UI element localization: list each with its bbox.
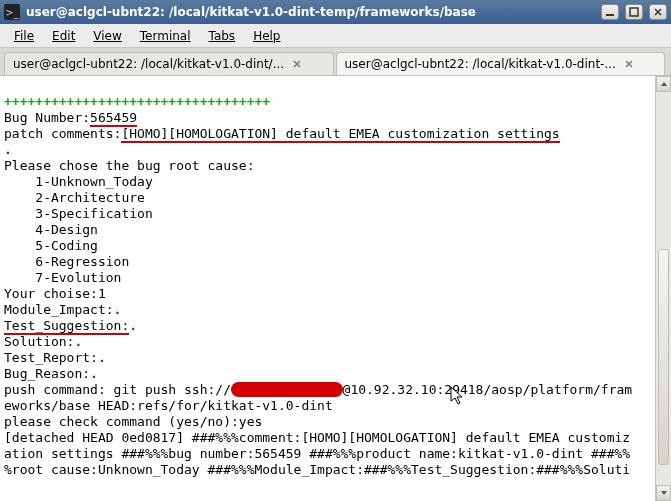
tab-terminal-1[interactable]: user@aclgcl-ubnt22: /local/kitkat-v1.0-d… [336, 52, 666, 75]
svg-rect-0 [606, 14, 614, 16]
tabbar: user@aclgcl-ubnt22: /local/kitkat-v1.0-d… [0, 48, 671, 76]
tab-label: user@aclgcl-ubnt22: /local/kitkat-v1.0-d… [345, 57, 616, 71]
menu-view[interactable]: View [85, 27, 129, 45]
window-close-button[interactable] [649, 4, 667, 20]
terminal-output: ++++++++++++++++++++++++++++++++++ Bug N… [0, 76, 671, 480]
scrollbar-thumb[interactable] [658, 249, 669, 465]
tab-label: user@aclgcl-ubnt22: /local/kitkat-v1.0-d… [13, 57, 284, 71]
menu-terminal[interactable]: Terminal [132, 27, 199, 45]
scroll-up-button[interactable] [656, 76, 671, 92]
scrollbar-track[interactable] [656, 92, 671, 485]
tab-terminal-0[interactable]: user@aclgcl-ubnt22: /local/kitkat-v1.0-d… [4, 52, 334, 75]
close-icon[interactable] [290, 57, 304, 71]
menu-tabs[interactable]: Tabs [201, 27, 244, 45]
menu-edit[interactable]: Edit [44, 27, 83, 45]
window-title: user@aclgcl-ubnt22: /local/kitkat-v1.0-d… [26, 5, 595, 19]
window-minimize-button[interactable] [601, 4, 619, 20]
svg-rect-1 [630, 8, 638, 16]
window-titlebar: >_ user@aclgcl-ubnt22: /local/kitkat-v1.… [0, 0, 671, 24]
scroll-down-button[interactable] [656, 485, 671, 501]
menu-file[interactable]: File [6, 27, 42, 45]
menu-help[interactable]: Help [245, 27, 288, 45]
terminal-app-icon: >_ [4, 4, 20, 20]
vertical-scrollbar[interactable] [655, 76, 671, 501]
menubar: File Edit View Terminal Tabs Help [0, 24, 671, 48]
window-maximize-button[interactable] [625, 4, 643, 20]
close-icon[interactable] [622, 57, 636, 71]
terminal-pane[interactable]: ++++++++++++++++++++++++++++++++++ Bug N… [0, 76, 671, 501]
